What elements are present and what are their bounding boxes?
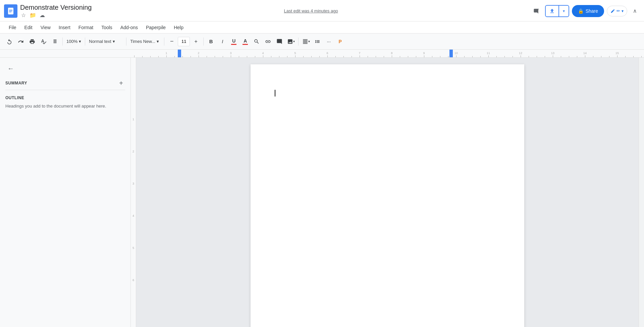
toolbar-divider-4 — [164, 38, 164, 46]
font-value: Times New... — [130, 39, 155, 44]
top-bar: Demonstrate Versioning ☆ 📁 ☁ Last edit w… — [0, 0, 644, 21]
line-spacing-button[interactable] — [312, 36, 323, 47]
last-edit-text[interactable]: Last edit was 4 minutes ago — [94, 8, 527, 13]
align-dropdown-icon: ▾ — [308, 40, 310, 43]
sidebar: ← SUMMARY + OUTLINE Headings you add to … — [0, 58, 131, 327]
edit-mode-button[interactable]: ✏ ▾ — [607, 6, 627, 16]
print-button[interactable] — [27, 36, 38, 47]
doc-title[interactable]: Demonstrate Versioning — [20, 3, 92, 11]
zoom-dropdown-icon: ▾ — [79, 39, 81, 44]
ruler-mark-4: 4 — [131, 214, 136, 217]
summary-divider — [5, 90, 125, 90]
link-button[interactable] — [263, 36, 273, 47]
zoom-selector[interactable]: 100% ▾ — [65, 36, 83, 47]
ruler-mark-3: 3 — [131, 182, 136, 185]
document-page[interactable] — [251, 64, 524, 327]
paragraph-style-selector[interactable]: Normal text ▾ — [87, 36, 124, 47]
bold-button[interactable]: B — [206, 36, 216, 47]
present-dropdown-button[interactable]: ▾ — [558, 6, 569, 16]
zoom-value: 100% — [66, 39, 77, 44]
menu-format[interactable]: Format — [75, 23, 97, 31]
toolbar-divider-2 — [85, 38, 85, 46]
vertical-ruler: 1 2 3 4 5 6 — [131, 58, 136, 327]
doc-title-icons: ☆ 📁 ☁ — [20, 12, 92, 19]
paint-format-button[interactable] — [50, 36, 60, 47]
summary-header: SUMMARY + — [5, 79, 125, 87]
text-cursor — [275, 90, 275, 96]
text-color-button[interactable]: A — [240, 36, 251, 47]
outline-hint: Headings you add to the document will ap… — [5, 103, 125, 110]
top-right-actions: ▾ 🔒 Share ✏ ▾ ∧ — [530, 5, 640, 17]
more-options-button[interactable]: ··· — [323, 36, 334, 47]
comments-button[interactable] — [530, 5, 542, 17]
svg-rect-1 — [9, 10, 12, 10]
font-size-increase-button[interactable]: + — [191, 36, 201, 47]
toolbar-divider-5 — [203, 38, 204, 46]
share-button[interactable]: 🔒 Share — [572, 5, 604, 17]
svg-rect-2 — [9, 11, 12, 11]
vertical-scrollbar[interactable] — [639, 58, 644, 327]
document-area[interactable] — [136, 58, 639, 327]
highlight-button[interactable] — [251, 36, 262, 47]
underline-icon: U — [231, 38, 236, 45]
folder-icon[interactable]: 📁 — [30, 12, 36, 19]
menu-paperpile[interactable]: Paperpile — [143, 23, 169, 31]
ruler-mark-1: 1 — [131, 118, 136, 121]
menu-edit[interactable]: Edit — [21, 23, 36, 31]
image-dropdown-icon: ▾ — [293, 40, 295, 43]
present-main-button[interactable] — [546, 6, 558, 16]
underline-button[interactable]: U — [228, 36, 239, 47]
paragraph-style-dropdown-icon: ▾ — [113, 39, 115, 44]
italic-button[interactable]: I — [217, 36, 228, 47]
sidebar-back-button[interactable]: ← — [5, 63, 16, 74]
menu-tools[interactable]: Tools — [98, 23, 116, 31]
toolbar: 100% ▾ Normal text ▾ Times New... ▾ − + … — [0, 34, 644, 50]
star-icon[interactable]: ☆ — [20, 12, 27, 19]
present-button-group: ▾ — [545, 5, 569, 17]
edit-mode-dropdown-icon: ▾ — [622, 9, 624, 13]
align-button[interactable]: ▾ — [301, 36, 311, 47]
ruler-mark-2: 2 — [131, 150, 136, 153]
edit-mode-label: ✏ — [616, 8, 620, 13]
font-size-decrease-button[interactable]: − — [166, 36, 177, 47]
font-dropdown-icon: ▾ — [157, 39, 159, 44]
summary-section: SUMMARY + — [5, 79, 125, 90]
menu-insert[interactable]: Insert — [55, 23, 74, 31]
insert-image-button[interactable]: ▾ — [285, 36, 296, 47]
font-selector[interactable]: Times New... ▾ — [128, 36, 162, 47]
font-size-control: − + — [166, 36, 201, 47]
ruler-mark-5: 5 — [131, 247, 136, 250]
font-size-input[interactable] — [178, 37, 190, 46]
redo-button[interactable] — [15, 36, 26, 47]
doc-with-ruler: 1 2 3 4 5 6 — [131, 58, 644, 327]
svg-rect-3 — [9, 12, 11, 12]
ruler — [0, 50, 644, 58]
cloud-icon[interactable]: ☁ — [39, 12, 46, 19]
app-icon[interactable] — [4, 4, 17, 18]
share-label: Share — [586, 8, 598, 14]
summary-add-button[interactable]: + — [117, 79, 125, 87]
text-color-icon: A — [243, 38, 248, 45]
paperpile-button[interactable]: P — [335, 36, 345, 47]
outline-label: OUTLINE — [5, 95, 125, 100]
ruler-mark-6: 6 — [131, 279, 136, 282]
menu-help[interactable]: Help — [170, 23, 187, 31]
toolbar-divider-3 — [126, 38, 126, 46]
add-comment-button[interactable] — [274, 36, 285, 47]
summary-label: SUMMARY — [5, 81, 27, 85]
toolbar-divider-1 — [62, 38, 63, 46]
paragraph-style-value: Normal text — [89, 39, 111, 44]
spellcheck-button[interactable] — [38, 36, 49, 47]
menu-file[interactable]: File — [5, 23, 20, 31]
menu-bar: File Edit View Insert Format Tools Add-o… — [0, 21, 644, 34]
lock-icon: 🔒 — [578, 8, 584, 14]
ruler-canvas — [0, 50, 644, 57]
menu-addons[interactable]: Add-ons — [117, 23, 141, 31]
menu-view[interactable]: View — [37, 23, 54, 31]
toolbar-divider-6 — [298, 38, 299, 46]
outline-section: OUTLINE Headings you add to the document… — [5, 95, 125, 110]
collapse-toolbar-button[interactable]: ∧ — [630, 6, 640, 16]
doc-title-area: Demonstrate Versioning ☆ 📁 ☁ — [20, 3, 92, 19]
main-content: ← SUMMARY + OUTLINE Headings you add to … — [0, 58, 644, 327]
undo-button[interactable] — [4, 36, 15, 47]
